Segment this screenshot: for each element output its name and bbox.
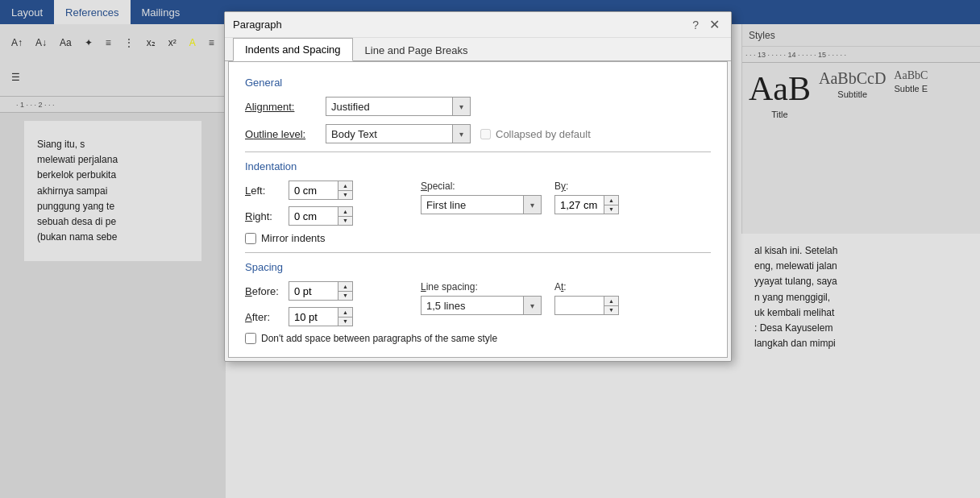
outline-value: Body Text [326,128,452,140]
outline-row: Outline level: Body Text ▾ Collapsed by … [245,124,711,143]
by-label: By: [554,181,619,192]
general-section-label: General [245,77,711,89]
dialog-tabs: Indents and Spacing Line and Page Breaks [225,38,731,61]
indent-left-row: Left: ▲ ▼ [245,181,353,200]
dialog-body: General Alignment: Justified ▾ Outline l… [228,61,728,358]
no-space-checkbox[interactable] [245,333,256,344]
alignment-label: Alignment: [245,101,326,113]
before-row: Before: ▲ ▼ [245,281,353,301]
indentation-label: Indentation [245,160,711,172]
alignment-dropdown[interactable]: Justified ▾ [326,97,471,116]
dialog-title: Paragraph [233,19,282,31]
outline-label: Outline level: [245,128,326,140]
before-label: Before: [245,285,289,297]
special-dropdown-arrow: ▾ [523,196,541,214]
alignment-value: Justified [326,101,452,113]
tab-line-page-breaks[interactable]: Line and Page Breaks [353,38,480,61]
indent-left-spinner[interactable]: ▲ ▼ [289,181,353,200]
before-up[interactable]: ▲ [338,282,352,292]
no-space-row: Don't add space between paragraphs of th… [245,333,711,344]
after-up[interactable]: ▲ [338,308,352,317]
after-label: After: [245,311,289,323]
by-input[interactable] [555,196,604,214]
dialog-help-button[interactable]: ? [692,19,699,31]
indent-right-input[interactable] [289,207,338,225]
dialog-close-button[interactable]: ✕ [705,16,723,34]
alignment-dropdown-arrow: ▾ [452,98,470,115]
at-input[interactable] [555,297,604,314]
tab-indents-spacing[interactable]: Indents and Spacing [233,38,353,61]
indent-left-label: Left: [245,185,289,197]
by-up[interactable]: ▲ [604,196,618,205]
outline-dropdown-arrow: ▾ [452,125,470,143]
after-down[interactable]: ▼ [338,317,352,326]
indent-left-up[interactable]: ▲ [338,181,352,191]
indent-left-down[interactable]: ▼ [338,191,352,200]
paragraph-dialog: Paragraph ? ✕ Indents and Spacing Line a… [224,11,732,362]
before-spinner[interactable]: ▲ ▼ [289,281,353,301]
mirror-label: Mirror indents [261,232,325,244]
special-dropdown[interactable]: First line ▾ [421,195,542,214]
indent-right-label: Right: [245,210,289,222]
by-down[interactable]: ▼ [604,205,618,214]
line-spacing-dropdown-arrow: ▾ [523,297,541,314]
indent-right-up[interactable]: ▲ [338,207,352,217]
indent-right-row: Right: ▲ ▼ [245,206,353,226]
line-spacing-label: Line spacing: [421,281,542,293]
indentation-section: Indentation Left: ▲ ▼ [245,160,711,244]
mirror-row: Mirror indents [245,232,711,244]
indent-right-spinner[interactable]: ▲ ▼ [289,206,353,226]
dialog-titlebar: Paragraph ? ✕ [225,12,731,38]
special-value: First line [421,199,523,211]
collapsed-checkbox[interactable] [480,129,491,139]
at-down[interactable]: ▼ [604,306,618,315]
by-spinner[interactable]: ▲ ▼ [554,195,619,214]
line-spacing-value: 1,5 lines [421,300,523,312]
indent-left-input[interactable] [289,181,338,199]
at-up[interactable]: ▲ [604,297,618,306]
before-down[interactable]: ▼ [338,292,352,301]
after-spinner[interactable]: ▲ ▼ [289,307,353,326]
after-input[interactable] [289,308,338,326]
special-label: Special: [421,181,542,192]
after-row: After: ▲ ▼ [245,307,353,326]
indent-right-down[interactable]: ▼ [338,217,352,226]
spacing-label: Spacing [245,261,711,273]
general-divider [245,151,711,152]
no-space-label: Don't add space between paragraphs of th… [261,333,497,344]
before-input[interactable] [289,282,338,300]
line-spacing-dropdown[interactable]: 1,5 lines ▾ [421,296,542,315]
spacing-section: Spacing Before: ▲ ▼ [245,261,711,344]
dialog-titlebar-buttons: ? ✕ [692,16,723,34]
collapsed-label: Collapsed by default [496,128,591,140]
mirror-checkbox[interactable] [245,233,256,244]
at-spinner[interactable]: ▲ ▼ [554,296,619,315]
outline-dropdown[interactable]: Body Text ▾ [326,124,471,143]
indentation-divider [245,252,711,253]
at-label: At: [554,281,619,293]
alignment-row: Alignment: Justified ▾ [245,97,711,116]
